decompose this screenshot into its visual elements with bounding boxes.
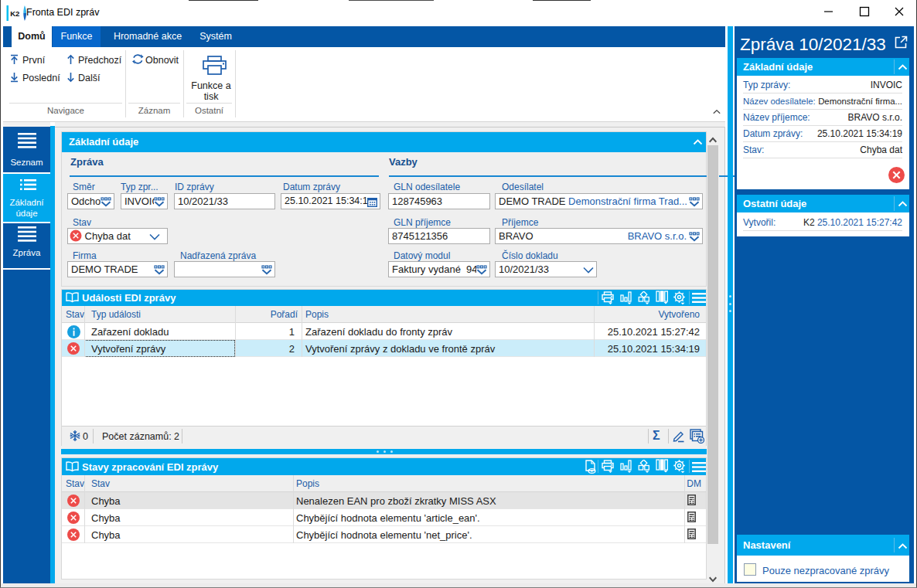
svg-text:K2: K2 [10,9,19,18]
